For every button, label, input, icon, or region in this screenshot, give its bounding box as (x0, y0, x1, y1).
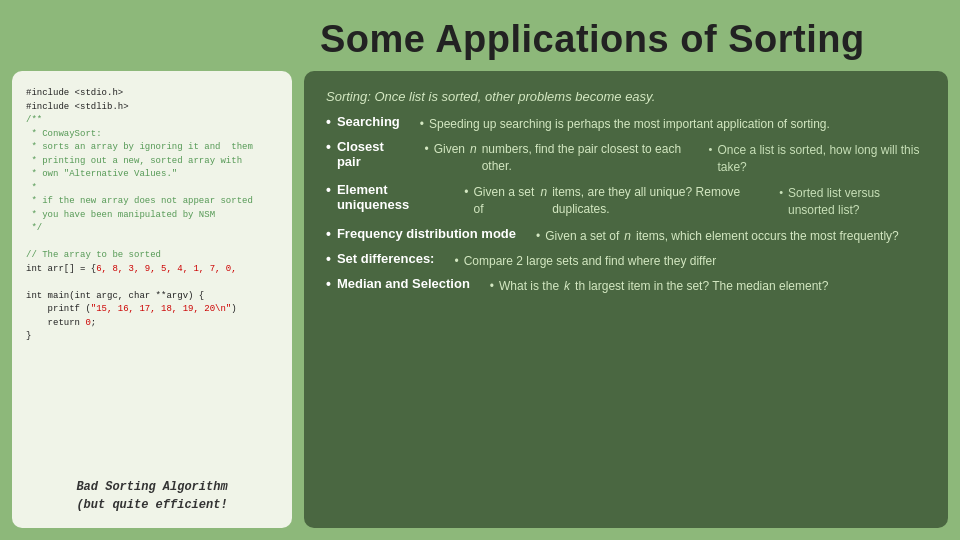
sub-sub-list: Once a list is sorted, how long will thi… (709, 142, 926, 177)
sub-list: Given a set of n items, which element oc… (536, 228, 899, 247)
sub-sub-item: Once a list is sorted, how long will thi… (709, 142, 926, 176)
code-line: int arr[] = {6, 8, 3, 9, 5, 4, 1, 7, 0, (26, 263, 278, 277)
list-item-median-selection: Median and Selection What is the k th la… (326, 276, 926, 297)
sub-list: Given a set of n items, are they all uni… (464, 184, 926, 222)
code-line: int main(int argc, char **argv) { (26, 290, 278, 304)
sub-list-item: What is the k th largest item in the set… (490, 278, 829, 295)
list-item-set-differences: Set differences: Compare 2 large sets an… (326, 251, 926, 272)
code-panel: #include <stdio.h> #include <stdlib.h> /… (12, 71, 292, 528)
code-line (26, 276, 278, 290)
sub-list-item: Given a set of n items, are they all uni… (464, 184, 926, 220)
sub-list: Compare 2 large sets and find where they… (454, 253, 716, 272)
intro-text: Sorting: Once list is sorted, other prob… (326, 89, 926, 104)
code-line: } (26, 330, 278, 344)
list-item-label: Median and Selection (337, 276, 470, 291)
code-line: return 0; (26, 317, 278, 331)
sub-list-item: Given a set of n items, which element oc… (536, 228, 899, 245)
sub-list: What is the k th largest item in the set… (490, 278, 829, 297)
list-item-searching: Searching Speeding up searching is perha… (326, 114, 926, 135)
list-item-label: Searching (337, 114, 400, 129)
sub-list-item: Compare 2 large sets and find where they… (454, 253, 716, 270)
sub-list: Given n numbers, find the pair closest t… (424, 141, 926, 179)
sub-list: Speeding up searching is perhaps the mos… (420, 116, 830, 135)
sub-sub-item: Sorted list versus unsorted list? (779, 185, 926, 219)
code-line: #include <stdio.h> (26, 87, 278, 101)
list-item-label: Closest pair (337, 139, 405, 169)
bullet-list: Searching Speeding up searching is perha… (326, 114, 926, 296)
header: Some Applications of Sorting (0, 0, 960, 71)
code-line (26, 236, 278, 250)
main-content: #include <stdio.h> #include <stdlib.h> /… (0, 71, 960, 540)
code-line: // The array to be sorted (26, 249, 278, 263)
sub-list-item: Speeding up searching is perhaps the mos… (420, 116, 830, 133)
list-item-element-uniqueness: Element uniqueness Given a set of n item… (326, 182, 926, 222)
list-item-label: Frequency distribution mode (337, 226, 516, 241)
code-line: #include <stdlib.h> (26, 101, 278, 115)
page-title: Some Applications of Sorting (320, 18, 930, 61)
sub-sub-list: Sorted list versus unsorted list? (779, 185, 926, 220)
content-panel: Sorting: Once list is sorted, other prob… (304, 71, 948, 528)
list-item-frequency: Frequency distribution mode Given a set … (326, 226, 926, 247)
list-item-label: Element uniqueness (337, 182, 444, 212)
list-item-closest-pair: Closest pair Given n numbers, find the p… (326, 139, 926, 179)
list-item-label: Set differences: (337, 251, 435, 266)
code-caption: Bad Sorting Algorithm(but quite efficien… (26, 478, 278, 514)
code-line: printf ("15, 16, 17, 18, 19, 20\n") (26, 303, 278, 317)
code-block: #include <stdio.h> #include <stdlib.h> /… (26, 87, 278, 344)
sub-list-item: Given n numbers, find the pair closest t… (424, 141, 926, 177)
code-comment-block: /** * ConwaySort: * sorts an array by ig… (26, 114, 278, 236)
